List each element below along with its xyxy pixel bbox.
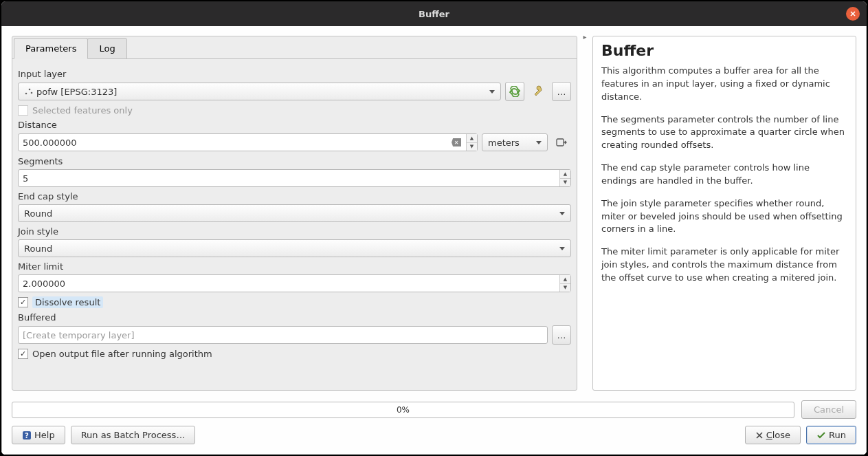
titlebar: Buffer <box>1 1 867 26</box>
x-icon <box>755 431 764 439</box>
help-p2: The segments parameter controls the numb… <box>601 113 847 153</box>
label-join-style: Join style <box>18 226 571 237</box>
help-p5: The miter limit parameter is only applic… <box>601 246 847 285</box>
label-miter-limit: Miter limit <box>18 261 571 272</box>
point-layer-icon <box>24 87 34 96</box>
cancel-button: Cancel <box>801 400 856 419</box>
close-icon[interactable] <box>846 7 860 21</box>
label-input-layer: Input layer <box>18 69 571 79</box>
help-p1: This algorithm computes a buffer area fo… <box>601 65 847 104</box>
open-output-checkbox-row[interactable]: ✓ Open output file after running algorit… <box>18 349 571 359</box>
clear-distance-icon[interactable]: ✕ <box>452 138 461 146</box>
miter-limit-input[interactable] <box>18 274 571 292</box>
selected-features-checkbox-row: Selected features only <box>18 105 571 116</box>
segments-spinner[interactable]: ▲▼ <box>559 170 570 186</box>
help-panel: Buffer This algorithm computes a buffer … <box>592 36 856 391</box>
data-defined-button[interactable] <box>552 133 571 152</box>
dissolve-checkbox[interactable]: ✓ <box>18 297 28 307</box>
svg-point-1 <box>29 89 31 91</box>
join-style-dropdown[interactable]: Round <box>18 239 571 257</box>
batch-button[interactable]: Run as Batch Process… <box>71 426 196 444</box>
dissolve-label: Dissolve result <box>32 296 103 308</box>
buffered-browse-button[interactable]: … <box>552 325 571 345</box>
distance-spinner[interactable]: ▲▼ <box>466 134 477 151</box>
progress-bar: 0% <box>12 402 794 418</box>
help-p3: The end cap style parameter controls how… <box>601 162 847 188</box>
label-segments: Segments <box>18 156 571 166</box>
dialog-content: Parameters Log Input layer pofw [EPSG:31… <box>1 26 867 455</box>
dissolve-checkbox-row[interactable]: ✓ Dissolve result <box>18 296 571 308</box>
help-p4: The join style parameter specifies wheth… <box>601 197 847 237</box>
tab-log[interactable]: Log <box>87 38 126 59</box>
ok-icon <box>816 431 826 440</box>
collapse-help-icon[interactable]: ▸ <box>583 33 586 41</box>
tab-parameters[interactable]: Parameters <box>14 38 88 59</box>
segments-input[interactable] <box>18 169 571 187</box>
help-button[interactable]: ? Help <box>12 426 65 444</box>
selected-features-checkbox <box>18 105 28 116</box>
window-title: Buffer <box>419 9 449 19</box>
end-cap-dropdown[interactable]: Round <box>18 204 571 222</box>
help-title: Buffer <box>601 42 847 59</box>
parameters-panel: Parameters Log Input layer pofw [EPSG:31… <box>12 36 577 391</box>
wrench-icon <box>531 85 545 98</box>
buffered-output-input[interactable] <box>18 326 548 344</box>
open-output-checkbox[interactable]: ✓ <box>18 349 28 359</box>
dialog-window: Buffer Parameters Log Input layer pofw [… <box>1 1 867 455</box>
miter-limit-spinner[interactable]: ▲▼ <box>559 275 570 292</box>
label-end-cap: End cap style <box>18 191 571 202</box>
svg-point-2 <box>31 92 33 94</box>
iterate-button[interactable] <box>505 82 524 101</box>
run-button[interactable]: Run <box>806 426 856 444</box>
advanced-button[interactable] <box>528 82 548 101</box>
svg-point-0 <box>25 93 27 95</box>
help-icon: ? <box>22 431 32 440</box>
svg-rect-3 <box>557 139 564 146</box>
input-layer-browse-button[interactable]: … <box>552 82 571 101</box>
svg-text:?: ? <box>25 432 29 439</box>
data-override-icon <box>555 137 568 148</box>
label-distance: Distance <box>18 120 571 130</box>
input-layer-dropdown[interactable]: pofw [EPSG:3123] <box>18 83 501 100</box>
close-button[interactable]: Close <box>745 426 801 444</box>
distance-input[interactable] <box>18 133 478 151</box>
label-buffered: Buffered <box>18 312 571 323</box>
distance-units-dropdown[interactable]: meters <box>482 133 548 151</box>
